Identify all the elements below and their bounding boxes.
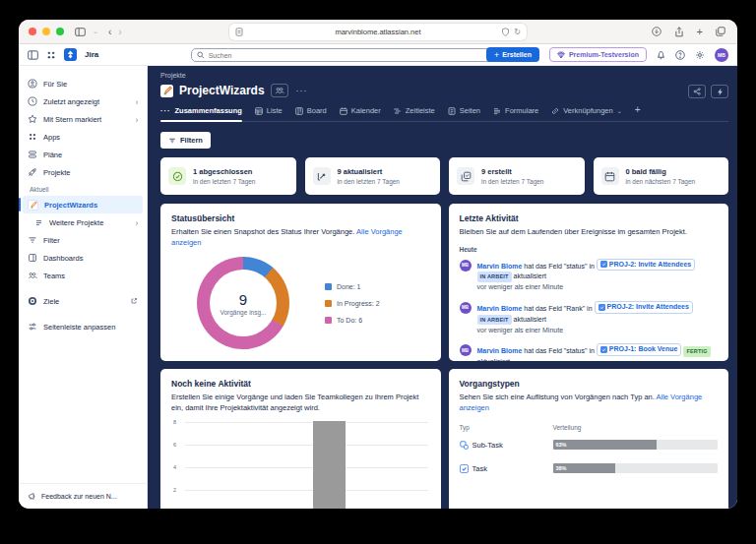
sidebar-item-ziele[interactable]: Ziele <box>19 292 147 310</box>
card-title: Noch keine Aktivität <box>171 379 430 389</box>
automation-button[interactable] <box>711 85 728 98</box>
close-window-button[interactable] <box>29 28 36 35</box>
reload-icon[interactable]: ↻ <box>514 28 521 36</box>
distribution-bar[interactable]: 63% <box>553 440 719 450</box>
legend-item-todo[interactable]: To Do: 6 <box>325 317 380 324</box>
issue-link[interactable]: PROJ-2: Invite Attendees <box>597 259 695 272</box>
activity-item: MB Marvin Blome hat das Feld "status" in… <box>460 259 719 293</box>
share-icon[interactable] <box>674 27 684 37</box>
sidebar-item-teams[interactable]: Teams <box>19 267 147 284</box>
forward-button[interactable]: › <box>118 27 121 37</box>
task-icon <box>600 261 607 268</box>
create-button[interactable]: +Erstellen <box>486 47 539 62</box>
sidebar-item-projekte[interactable]: Projekte <box>19 163 147 181</box>
status-donut[interactable]: 9 Vorgänge insg... <box>197 257 289 349</box>
project-avatar-icon <box>28 200 38 211</box>
tab-seiten[interactable]: Seiten <box>448 106 480 121</box>
add-tab-button[interactable]: + <box>635 104 641 121</box>
tab-formulare[interactable]: Formulare <box>493 106 538 121</box>
tab-board[interactable]: Board <box>295 106 327 121</box>
chevron-down-icon[interactable]: ⌄ <box>93 28 98 35</box>
status-overview-card: Statusübersicht Erhalten Sie einen Snaps… <box>160 204 441 361</box>
sidebar-item-dashboards[interactable]: Dashboards <box>19 249 147 267</box>
premium-diamond-icon <box>557 51 565 59</box>
feedback-button[interactable]: Feedback zur neuen N... <box>19 483 147 509</box>
page-icon[interactable] <box>235 28 243 36</box>
tab-verknuepfungen[interactable]: Verknüpfungen ⌄ <box>551 106 622 121</box>
sidebar-item-weitere-projekte[interactable]: Weitere Projekte› <box>19 213 147 231</box>
tab-kalender[interactable]: Kalender <box>340 106 381 121</box>
issue-link[interactable]: PROJ-2: Invite Attendees <box>595 301 693 314</box>
sidebar-item-zuletzt-angezeigt[interactable]: Zuletzt angezeigt› <box>19 92 147 110</box>
premium-trial-button[interactable]: Premium-Testversion <box>549 47 647 62</box>
settings-gear-icon[interactable] <box>695 50 705 60</box>
sidebar-item-seitenleiste-anpassen[interactable]: Seitenleiste anpassen <box>19 318 147 335</box>
sidebar-item-mit-stern-markiert[interactable]: Mit Stern markiert› <box>19 110 147 128</box>
app-switcher-icon[interactable] <box>46 50 56 60</box>
pages-icon <box>448 107 456 115</box>
distribution-bar[interactable]: 38% <box>553 463 719 473</box>
updated-icon <box>313 167 331 185</box>
more-options-button[interactable]: ··· <box>296 86 308 95</box>
legend-swatch <box>325 300 332 307</box>
activity-item: MB Marvin Blome hat das Feld "Rank" in P… <box>460 301 719 335</box>
filter-icon <box>168 137 176 145</box>
sidebar-item-fuer-sie[interactable]: Für Sie <box>19 75 147 92</box>
help-icon[interactable] <box>675 50 685 60</box>
back-button[interactable]: ‹ <box>108 27 111 37</box>
sidebar: Für Sie Zuletzt angezeigt› Mit Stern mar… <box>19 66 148 509</box>
dashboard-icon <box>28 253 37 263</box>
sidebar-item-filter[interactable]: Filter <box>19 231 147 249</box>
project-members-button[interactable] <box>271 84 288 97</box>
tab-overview-icon[interactable] <box>716 27 725 36</box>
donut-total-label: Vorgänge insg... <box>220 309 267 316</box>
stat-card-abgeschlossen[interactable]: 1 abgeschlossenin den letzten 7 Tagen <box>160 157 296 195</box>
search-input[interactable] <box>191 48 506 62</box>
tab-zeitleiste[interactable]: Zeitleiste <box>394 106 435 121</box>
search-field[interactable] <box>209 52 500 59</box>
browser-window: ⌄ ‹ › marvinblome.atlassian.net ↻ + <box>19 20 737 509</box>
privacy-shield-icon <box>501 28 510 36</box>
legend-item-inprogress[interactable]: In Progress: 2 <box>325 300 380 307</box>
sidebar-item-projectwizards[interactable]: ProjectWizards <box>23 196 143 213</box>
stat-card-erstellt[interactable]: 9 erstelltin den letzten 7 Tagen <box>449 157 585 195</box>
tab-liste[interactable]: Liste <box>255 106 283 121</box>
activity-bar <box>313 421 346 509</box>
jira-logo[interactable] <box>64 48 77 61</box>
new-tab-icon[interactable]: + <box>697 26 703 37</box>
search-icon <box>197 51 205 59</box>
share-project-button[interactable] <box>688 85 706 98</box>
legend-item-done[interactable]: Done: 1 <box>325 283 380 290</box>
plans-icon <box>28 150 37 159</box>
project-tabs: ··· Zusammenfassung Liste Board Kalender <box>160 104 728 122</box>
main-content: Projekte ProjectWizards ··· <box>148 66 737 509</box>
downloads-icon[interactable] <box>652 27 662 36</box>
collapse-sidebar-icon[interactable] <box>28 50 38 60</box>
filter-button[interactable]: Filtern <box>160 132 211 149</box>
task-icon <box>598 304 605 311</box>
browser-toolbar: ⌄ ‹ › marvinblome.atlassian.net ↻ + <box>19 20 737 44</box>
project-header: ProjectWizards ··· <box>160 84 728 97</box>
browser-sidebar-icon[interactable] <box>75 28 86 36</box>
sidebar-item-plaene[interactable]: Pläne <box>19 146 147 163</box>
stat-card-aktualisiert[interactable]: 9 aktualisiertin den letzten 7 Tagen <box>305 157 441 195</box>
check-circle-icon <box>168 167 186 185</box>
user-avatar[interactable]: MB <box>715 48 728 62</box>
minimize-window-button[interactable] <box>42 28 50 35</box>
plus-icon: + <box>494 50 499 60</box>
board-icon <box>295 107 303 115</box>
sidebar-item-apps[interactable]: Apps <box>19 128 147 146</box>
address-bar[interactable]: marvinblome.atlassian.net ↻ <box>229 24 527 40</box>
stat-card-bald-faellig[interactable]: 0 bald fälligin den nächsten 7 Tagen <box>594 157 729 195</box>
notifications-bell-icon[interactable] <box>657 50 665 60</box>
external-link-icon <box>130 297 138 306</box>
activity-item: MB Marvin Blome hat das Feld "status" in… <box>460 343 719 361</box>
breadcrumb[interactable]: Projekte <box>160 72 728 79</box>
activity-bar-chart: 8 6 4 2 0 <box>171 422 430 509</box>
status-badge: FERTIG <box>683 346 710 357</box>
issue-types-card: Vorgangstypen Sehen Sie sich eine Auflis… <box>449 369 729 509</box>
zoom-window-button[interactable] <box>56 28 64 35</box>
issue-link[interactable]: PROJ-1: Book Venue <box>597 343 682 356</box>
column-header-typ: Typ <box>460 424 553 431</box>
tab-zusammenfassung[interactable]: ··· Zusammenfassung <box>160 106 242 121</box>
